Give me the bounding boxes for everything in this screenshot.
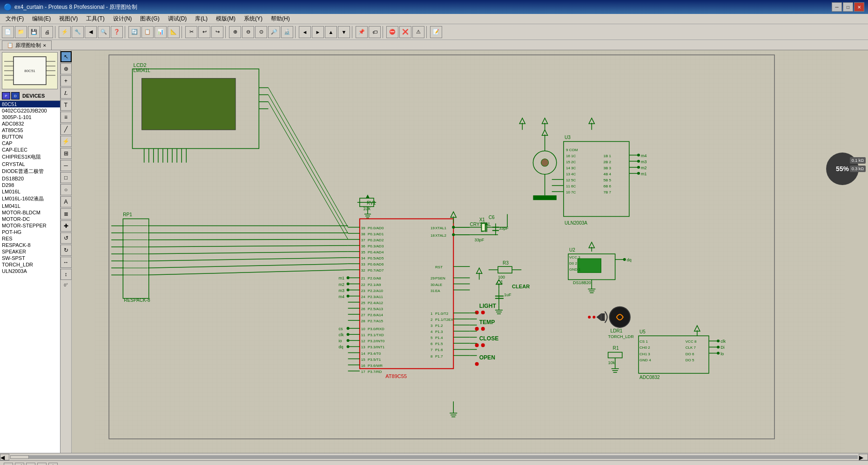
pause-btn[interactable]: ⏸ xyxy=(26,463,35,465)
menu-design[interactable]: 设计(N) xyxy=(109,14,136,24)
comp-item-13[interactable]: D298 xyxy=(0,182,60,188)
toolbar-btn15[interactable]: ↩ xyxy=(198,26,210,38)
toolbar-btn7[interactable]: ◀ xyxy=(85,26,97,38)
comp-item-17[interactable]: MOTOR-BLDCM xyxy=(0,209,60,216)
toolbar-btn31[interactable]: 📝 xyxy=(430,26,442,38)
menu-view[interactable]: 视图(V) xyxy=(55,14,81,24)
comp-item-7[interactable]: CAP xyxy=(0,140,60,146)
comp-item-15[interactable]: LM016L-1602液晶 xyxy=(0,195,60,203)
toolbar-btn26[interactable]: 📌 xyxy=(356,26,368,38)
menu-tools[interactable]: 工具(T) xyxy=(82,14,108,24)
scroll-left-btn[interactable]: ◀ xyxy=(0,454,9,460)
toolbar-btn27[interactable]: 🏷 xyxy=(369,26,381,38)
comp-item-3[interactable]: 3005P-1-101 xyxy=(0,114,60,120)
tool-box[interactable]: □ xyxy=(61,172,72,183)
comp-item-21[interactable]: RES xyxy=(0,235,60,242)
comp-item-2[interactable]: 0402CG220J9B200 xyxy=(0,107,60,114)
canvas-area[interactable]: LCD2 LM041L RP1 xyxy=(72,50,868,453)
tool-junction[interactable]: + xyxy=(61,75,72,86)
comp-item-8[interactable]: CAP-ELEC xyxy=(0,146,60,153)
tool-line[interactable]: ─ xyxy=(61,160,72,171)
toolbar-print[interactable]: 🖨 xyxy=(41,26,53,38)
tool-rotate-ccw[interactable]: ↺ xyxy=(61,232,72,244)
toolbar-btn29[interactable]: ❌ xyxy=(399,26,411,38)
toolbar-btn17[interactable]: ⊕ xyxy=(229,26,241,38)
menu-template[interactable]: 模版(M) xyxy=(212,14,239,24)
comp-item-22[interactable]: RESPACK-8 xyxy=(0,242,60,248)
play-btn[interactable]: ▶ xyxy=(4,463,13,465)
minimize-button[interactable]: ─ xyxy=(832,2,842,12)
comp-item-19[interactable]: MOTOR-STEPPER xyxy=(0,222,60,229)
comp-item-20[interactable]: POT-HG xyxy=(0,229,60,235)
toolbar-btn30[interactable]: ⚠ xyxy=(412,26,424,38)
comp-item-26[interactable]: ULN2003A xyxy=(0,268,60,274)
toolbar-btn20[interactable]: 🔎 xyxy=(268,26,280,38)
tool-label[interactable]: 𝐿 xyxy=(61,87,72,99)
toolbar-btn12[interactable]: 📊 xyxy=(155,26,167,38)
comp-item-16[interactable]: LM041L xyxy=(0,203,60,209)
tool-add[interactable]: ✚ xyxy=(61,220,72,232)
stop-btn[interactable]: ■ xyxy=(37,463,47,465)
tool-select[interactable]: ↖ xyxy=(61,51,72,62)
toolbar-new[interactable]: 📄 xyxy=(2,26,14,38)
comp-p-btn[interactable]: P xyxy=(2,92,10,100)
menu-edit[interactable]: 编辑(E) xyxy=(28,14,54,24)
comp-item-crystal[interactable]: CRYSTAL xyxy=(0,161,60,167)
comp-item-4[interactable]: ADC0832 xyxy=(0,120,60,127)
comp-item-14[interactable]: LM016L xyxy=(0,188,60,195)
comp-item-25[interactable]: TORCH_LDR xyxy=(0,261,60,268)
component-list[interactable]: 80C51 0402CG220J9B200 3005P-1-101 ADC083… xyxy=(0,101,60,453)
toolbar-btn14[interactable]: ✂ xyxy=(185,26,197,38)
menu-debug[interactable]: 调试(D) xyxy=(164,14,191,24)
playback-controls[interactable]: ▶ ▶| ⏸ ■ ℹ xyxy=(4,463,58,465)
toolbar-btn22[interactable]: ◄ xyxy=(299,26,311,38)
tool-text[interactable]: T xyxy=(61,100,72,111)
tool-circle[interactable]: ○ xyxy=(61,184,72,195)
toolbar-btn24[interactable]: ▲ xyxy=(325,26,337,38)
titlebar-controls[interactable]: ─ □ ✕ xyxy=(832,2,864,12)
info-btn[interactable]: ℹ xyxy=(48,463,58,465)
menu-file[interactable]: 文件(F) xyxy=(2,14,27,24)
comp-item-6[interactable]: BUTTON xyxy=(0,133,60,140)
toolbar-btn8[interactable]: 🔍 xyxy=(98,26,110,38)
step-btn[interactable]: ▶| xyxy=(15,463,24,465)
comp-item-9[interactable]: CHIPRES1K电阻 xyxy=(0,153,60,161)
toolbar-save[interactable]: 💾 xyxy=(28,26,40,38)
scroll-thumb-h[interactable] xyxy=(10,455,29,459)
tool-bus[interactable]: ≡ xyxy=(61,112,72,123)
scroll-track-h[interactable] xyxy=(10,455,858,459)
tool-power[interactable]: ⚡ xyxy=(61,136,72,147)
comp-item-80c51[interactable]: 80C51 xyxy=(0,101,60,107)
toolbar-btn21[interactable]: 🔬 xyxy=(281,26,293,38)
tool-wire[interactable]: ╱ xyxy=(61,124,72,135)
tab-schematic[interactable]: 📋 原理图绘制 ✕ xyxy=(2,40,52,50)
tool-mirror[interactable]: ↕ xyxy=(61,269,72,280)
tool-text2[interactable]: A xyxy=(61,196,72,207)
menu-system[interactable]: 系统(Y) xyxy=(240,14,266,24)
tool-net[interactable]: ⊞ xyxy=(61,148,72,159)
scroll-right-btn[interactable]: ▶ xyxy=(859,454,868,460)
tab-close-icon[interactable]: ✕ xyxy=(43,43,47,48)
tool-rotate-cw[interactable]: ↻ xyxy=(61,245,72,256)
menu-chart[interactable]: 图表(G) xyxy=(136,14,163,24)
comp-item-18[interactable]: MOTOR-DC xyxy=(0,216,60,222)
menu-lib[interactable]: 库(L) xyxy=(191,14,211,24)
toolbar-btn25[interactable]: ▼ xyxy=(338,26,350,38)
toolbar-btn10[interactable]: 🔄 xyxy=(128,26,141,38)
comp-item-24[interactable]: SW-SPST xyxy=(0,255,60,261)
toolbar-btn11[interactable]: 📋 xyxy=(141,26,154,38)
toolbar-btn28[interactable]: ⛔ xyxy=(386,26,398,38)
comp-item-23[interactable]: SPEAKER xyxy=(0,248,60,255)
comp-item-12[interactable]: DS18B20 xyxy=(0,175,60,182)
toolbar-btn16[interactable]: ↪ xyxy=(211,26,223,38)
tool-move[interactable]: ↔ xyxy=(61,257,72,268)
restore-button[interactable]: □ xyxy=(843,2,853,12)
toolbar-btn6[interactable]: 🔧 xyxy=(72,26,84,38)
horizontal-scrollbar[interactable]: ◀ ▶ xyxy=(0,453,868,460)
toolbar-btn13[interactable]: 📐 xyxy=(168,26,180,38)
toolbar-open[interactable]: 📁 xyxy=(15,26,27,38)
toolbar-btn23[interactable]: ► xyxy=(312,26,324,38)
menu-help[interactable]: 帮助(H) xyxy=(267,14,294,24)
comp-item-5[interactable]: AT89C55 xyxy=(0,127,60,133)
comp-d-btn[interactable]: D xyxy=(11,92,20,100)
